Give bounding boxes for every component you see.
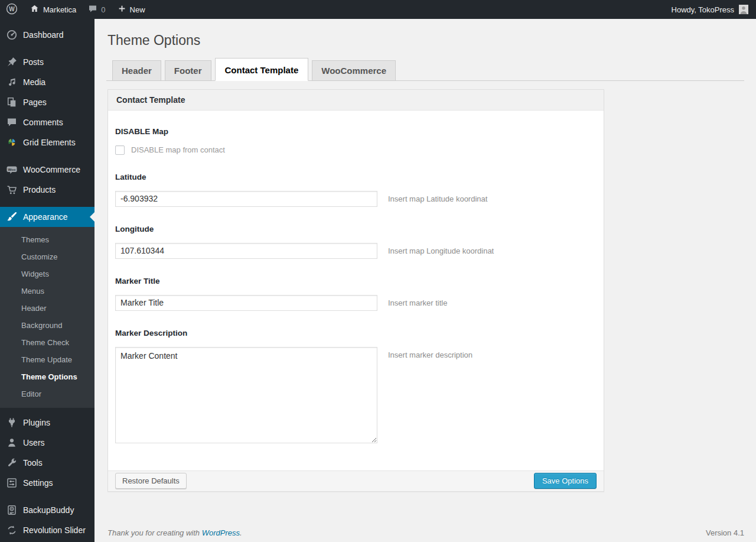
sliders-icon [6, 477, 18, 489]
field-group-marker-description: Marker Description Insert marker descrip… [108, 329, 604, 443]
comments-indicator[interactable]: 0 [82, 0, 111, 19]
marker-title-label: Marker Title [115, 277, 597, 285]
dashboard-icon [6, 29, 18, 41]
main-content: Theme Options Header Footer Contact Temp… [94, 19, 756, 542]
panel-footer: Restore Defaults Save Options [108, 470, 604, 491]
woocommerce-badge-icon: Woo [6, 164, 18, 176]
tab-contact-template[interactable]: Contact Template [215, 58, 309, 81]
submenu-item-editor[interactable]: Editor [0, 385, 94, 403]
backup-drive-icon [6, 504, 18, 516]
disable-map-label: DISABLE Map [115, 127, 597, 136]
sidebar-item-label: BackupBuddy [23, 505, 74, 515]
latitude-row: Insert map Latitude koordinat [115, 191, 597, 207]
howdy-label: Howdy, TokoPress [672, 5, 734, 14]
disable-map-row: DISABLE map from contact [115, 145, 597, 155]
sidebar-item-label: Pages [23, 98, 47, 107]
latitude-label: Latitude [115, 173, 597, 181]
sidebar-item-grid-elements[interactable]: Grid Elements [0, 132, 94, 152]
tab-woocommerce[interactable]: WooCommerce [312, 60, 396, 80]
marker-description-hint: Insert marker description [388, 347, 472, 359]
submenu-item-customize[interactable]: Customize [0, 248, 94, 265]
sidebar-item-settings[interactable]: Settings [0, 473, 94, 493]
sidebar-item-products[interactable]: Products [0, 180, 94, 200]
sidebar-item-plugins[interactable]: Plugins [0, 413, 94, 433]
submenu-item-themes[interactable]: Themes [0, 231, 94, 248]
sidebar-item-label: Appearance [23, 212, 68, 222]
field-group-marker-title: Marker Title Insert marker title [108, 277, 604, 311]
longitude-row: Insert map Longitude koordinat [115, 243, 597, 259]
page-footer: Thank you for creating with WordPress. V… [107, 528, 744, 537]
sidebar-item-woocommerce[interactable]: Woo WooCommerce [0, 160, 94, 180]
admin-bar: W Marketica 0 New Howdy, TokoPress [0, 0, 756, 19]
menu-separator [0, 45, 94, 52]
page-title: Theme Options [106, 19, 744, 49]
sidebar-item-tools[interactable]: Tools [0, 453, 94, 473]
sidebar-item-label: Plugins [23, 418, 50, 427]
panel-title: Contact Template [108, 90, 604, 111]
marker-title-input[interactable] [115, 295, 377, 311]
marker-description-row: Insert marker description [115, 347, 597, 443]
submenu-item-theme-check[interactable]: Theme Check [0, 334, 94, 351]
sidebar-item-media[interactable]: Media [0, 72, 94, 92]
longitude-input[interactable] [115, 243, 377, 259]
contact-template-panel: Contact Template DISABLE Map DISABLE map… [107, 89, 604, 492]
sidebar-item-dashboard[interactable]: Dashboard [0, 25, 94, 45]
submenu-item-header[interactable]: Header [0, 300, 94, 317]
menu-separator [0, 493, 94, 500]
wordpress-logo-menu[interactable]: W [0, 0, 24, 19]
latitude-hint: Insert map Latitude koordinat [388, 191, 487, 203]
submenu-item-background[interactable]: Background [0, 317, 94, 334]
svg-text:W: W [9, 6, 15, 12]
sidebar-item-label: Media [23, 77, 45, 87]
sidebar-item-users[interactable]: Users [0, 433, 94, 453]
new-label: New [130, 5, 145, 14]
pages-icon [6, 96, 18, 108]
sidebar-item-appearance[interactable]: Appearance [0, 207, 94, 227]
account-menu[interactable]: Howdy, TokoPress [664, 5, 756, 14]
longitude-hint: Insert map Longitude koordinat [388, 243, 494, 255]
person-icon [6, 437, 18, 449]
menu-separator [0, 408, 94, 413]
sidebar-item-revolution-slider[interactable]: Revolution Slider [0, 520, 94, 540]
sidebar-item-pages[interactable]: Pages [0, 92, 94, 112]
version-label: Version 4.1 [706, 528, 744, 537]
submenu-item-menus[interactable]: Menus [0, 283, 94, 300]
footer-thanks-period: . [240, 528, 242, 537]
menu-separator [0, 200, 94, 207]
marker-description-textarea[interactable] [115, 347, 377, 443]
media-note-icon [6, 76, 18, 88]
appearance-submenu: Themes Customize Widgets Menus Header Ba… [0, 227, 94, 408]
tab-header[interactable]: Header [112, 60, 161, 80]
new-content-menu[interactable]: New [112, 0, 151, 19]
tab-footer[interactable]: Footer [165, 60, 211, 80]
sidebar-item-label: Tools [23, 458, 43, 468]
menu-separator [0, 152, 94, 160]
admin-sidebar: Dashboard Posts Media Pages Comments Gri… [0, 19, 94, 542]
restore-defaults-button[interactable]: Restore Defaults [115, 473, 187, 489]
marker-description-label: Marker Description [115, 329, 597, 337]
sidebar-item-backupbuddy[interactable]: BackupBuddy [0, 500, 94, 520]
save-options-button[interactable]: Save Options [534, 473, 597, 489]
field-group-latitude: Latitude Insert map Latitude koordinat [108, 173, 604, 207]
wordpress-link[interactable]: WordPress [202, 528, 240, 537]
sidebar-item-label: Posts [23, 57, 44, 67]
sidebar-item-label: Revolution Slider [23, 525, 86, 535]
submenu-item-widgets[interactable]: Widgets [0, 265, 94, 283]
footer-thanks-prefix: Thank you for creating with [107, 528, 202, 537]
comment-bubble-icon [88, 4, 97, 15]
sidebar-item-label: WooCommerce [23, 165, 80, 174]
sidebar-item-label: Users [23, 438, 45, 447]
svg-text:Woo: Woo [8, 168, 16, 171]
latitude-input[interactable] [115, 191, 377, 207]
wrench-icon [6, 457, 18, 469]
submenu-item-theme-update[interactable]: Theme Update [0, 351, 94, 368]
sidebar-item-label: Dashboard [23, 30, 64, 40]
submenu-item-theme-options[interactable]: Theme Options [0, 368, 94, 385]
field-group-disable-map: DISABLE Map DISABLE map from contact [108, 127, 604, 155]
sidebar-item-posts[interactable]: Posts [0, 52, 94, 72]
site-name-link[interactable]: Marketica [24, 0, 82, 19]
disable-map-checkbox[interactable] [115, 145, 125, 155]
active-menu-arrow [90, 212, 94, 222]
sidebar-item-comments[interactable]: Comments [0, 112, 94, 132]
comments-count: 0 [101, 5, 105, 14]
